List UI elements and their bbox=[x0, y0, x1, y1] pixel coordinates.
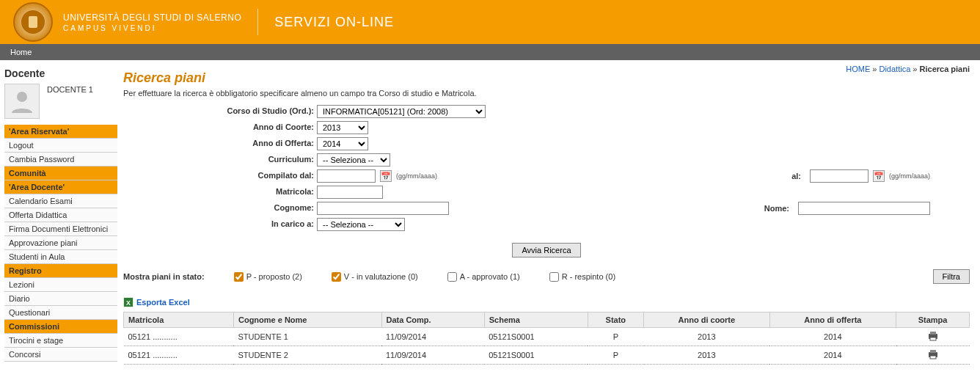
avatar-icon bbox=[4, 84, 40, 119]
stato-filter-row: Mostra piani in stato: P - proposto (2) … bbox=[123, 269, 970, 284]
in-carico-select[interactable]: -- Seleziona -- bbox=[317, 218, 405, 231]
th-stato: Stato bbox=[588, 313, 644, 328]
th-cognome: Cognome e Nome bbox=[233, 313, 381, 328]
al-input[interactable] bbox=[810, 169, 869, 183]
sidebar-item[interactable]: Firma Documenti Elettronici bbox=[4, 222, 117, 236]
filter-proposto[interactable]: P - proposto (2) bbox=[234, 272, 302, 282]
matricola-input[interactable] bbox=[317, 186, 383, 199]
university-name: UNIVERSITÀ DEGLI STUDI DI SALERNO bbox=[63, 12, 241, 23]
label-offerta: Anno di Offerta: bbox=[123, 137, 314, 150]
label-in-carico: In carico a: bbox=[123, 218, 314, 231]
th-stampa: Stampa bbox=[896, 313, 970, 328]
print-icon[interactable] bbox=[927, 352, 939, 361]
sidebar-item[interactable]: Studenti in Aula bbox=[4, 250, 117, 264]
checkbox-valutazione[interactable] bbox=[332, 272, 341, 282]
cell-schema: 05121S0001 bbox=[484, 346, 588, 365]
cell-cognome: STUDENTE 1 bbox=[233, 328, 381, 346]
checkbox-respinto[interactable] bbox=[549, 272, 559, 282]
cell-data: 11/09/2014 bbox=[381, 346, 484, 365]
breadcrumb: HOME » Didattica » Ricerca piani bbox=[846, 65, 970, 73]
cell-schema: 05121S0001 bbox=[484, 328, 588, 346]
label-cognome: Cognome: bbox=[123, 202, 314, 215]
cell-data: 11/09/2014 bbox=[381, 328, 484, 346]
label-curriculum: Curriculum: bbox=[123, 153, 314, 167]
label-corso: Corso di Studio (Ord.): bbox=[123, 105, 314, 118]
university-subtitle: CAMPUS VIVENDI bbox=[63, 24, 241, 32]
cell-offerta: 2014 bbox=[769, 346, 896, 365]
nav-home[interactable]: Home bbox=[4, 45, 37, 59]
esporta-excel-link[interactable]: X Esporta Excel bbox=[123, 297, 190, 307]
corso-select[interactable]: INFORMATICA[05121] (Ord: 2008) bbox=[317, 105, 486, 118]
sidebar-item[interactable]: Concorsi bbox=[4, 348, 117, 362]
sidebar-section-header: Commissioni bbox=[4, 320, 117, 334]
offerta-select[interactable]: 2014 bbox=[317, 137, 368, 150]
curriculum-select[interactable]: -- Seleziona -- bbox=[317, 153, 390, 167]
label-compilato-dal: Compilato dal: bbox=[123, 169, 314, 183]
sidebar-role: Docente bbox=[4, 67, 117, 79]
sidebar-item[interactable]: Offerta Didattica bbox=[4, 208, 117, 222]
checkbox-approvato[interactable] bbox=[447, 272, 457, 282]
sidebar-item[interactable]: Lezioni bbox=[4, 278, 117, 292]
sidebar-user-name: DOCENTE 1 bbox=[47, 85, 93, 94]
header-divider bbox=[257, 9, 258, 35]
sidebar-section-header: Comunità bbox=[4, 167, 117, 180]
filtra-button[interactable]: Filtra bbox=[933, 269, 970, 284]
th-offerta: Anno di offerta bbox=[769, 313, 896, 328]
cell-stato: P bbox=[588, 346, 644, 365]
cell-coorte: 2013 bbox=[644, 346, 769, 365]
sidebar-item[interactable]: Cambia Password bbox=[4, 153, 117, 167]
th-schema: Schema bbox=[484, 313, 588, 328]
sidebar-item[interactable]: Diario bbox=[4, 292, 117, 306]
cell-cognome: STUDENTE 2 bbox=[233, 346, 381, 365]
top-banner: UNIVERSITÀ DEGLI STUDI DI SALERNO CAMPUS… bbox=[0, 0, 980, 44]
excel-icon: X bbox=[123, 297, 134, 307]
sidebar: Docente DOCENTE 1 'Area Riservata'Logout… bbox=[0, 60, 117, 383]
page-title: Ricerca piani bbox=[123, 70, 970, 86]
sidebar-item[interactable]: Tirocini e stage bbox=[4, 334, 117, 348]
table-row: 05121 ...........STUDENTE 111/09/2014051… bbox=[124, 328, 970, 346]
cell-stato: P bbox=[588, 328, 644, 346]
avvia-ricerca-button[interactable]: Avvia Ricerca bbox=[512, 243, 580, 257]
label-al: al: bbox=[791, 172, 801, 180]
results-table: Matricola Cognome e Nome Data Comp. Sche… bbox=[123, 312, 970, 365]
svg-rect-1 bbox=[29, 16, 37, 28]
service-title: SERVIZI ON-LINE bbox=[274, 15, 394, 30]
sidebar-item[interactable]: Calendario Esami bbox=[4, 194, 117, 208]
label-coorte: Anno di Coorte: bbox=[123, 121, 314, 134]
label-matricola: Matricola: bbox=[123, 186, 314, 199]
cell-matricola: 05121 ........... bbox=[124, 328, 234, 346]
filter-approvato[interactable]: A - approvato (1) bbox=[447, 272, 520, 282]
sidebar-section-header: Registro bbox=[4, 264, 117, 278]
sidebar-section-header: 'Area Riservata' bbox=[4, 125, 117, 139]
page-description: Per effettuare la ricerca è obbligatorio… bbox=[123, 89, 970, 98]
svg-rect-6 bbox=[930, 332, 936, 335]
filter-lead: Mostra piani in stato: bbox=[123, 272, 205, 281]
sidebar-section-header: 'Area Docente' bbox=[4, 180, 117, 194]
breadcrumb-home[interactable]: HOME bbox=[846, 65, 870, 73]
main-navbar: Home bbox=[0, 44, 980, 60]
filter-respinto[interactable]: R - respinto (0) bbox=[549, 272, 615, 282]
calendar-icon[interactable]: 📅 bbox=[873, 170, 885, 182]
th-data: Data Comp. bbox=[381, 313, 484, 328]
nome-input[interactable] bbox=[798, 202, 930, 215]
university-seal-icon bbox=[13, 2, 53, 42]
checkbox-proposto[interactable] bbox=[234, 272, 244, 282]
table-row: 05121 ...........STUDENTE 211/09/2014051… bbox=[124, 346, 970, 365]
sidebar-item[interactable]: Logout bbox=[4, 139, 117, 153]
breadcrumb-current: Ricerca piani bbox=[920, 65, 970, 73]
svg-point-2 bbox=[17, 92, 27, 102]
th-matricola: Matricola bbox=[124, 313, 234, 328]
coorte-select[interactable]: 2013 bbox=[317, 121, 368, 134]
filter-valutazione[interactable]: V - in valutazione (0) bbox=[332, 272, 418, 282]
sidebar-item[interactable]: Approvazione piani bbox=[4, 236, 117, 250]
th-coorte: Anno di coorte bbox=[644, 313, 769, 328]
cognome-input[interactable] bbox=[317, 202, 449, 215]
calendar-icon[interactable]: 📅 bbox=[380, 170, 392, 182]
sidebar-item[interactable]: Questionari bbox=[4, 306, 117, 320]
cell-matricola: 05121 ........... bbox=[124, 346, 234, 365]
breadcrumb-didattica[interactable]: Didattica bbox=[879, 65, 910, 73]
svg-rect-10 bbox=[930, 356, 936, 359]
cell-coorte: 2013 bbox=[644, 328, 769, 346]
compilato-dal-input[interactable] bbox=[317, 169, 376, 183]
print-icon[interactable] bbox=[927, 334, 939, 343]
